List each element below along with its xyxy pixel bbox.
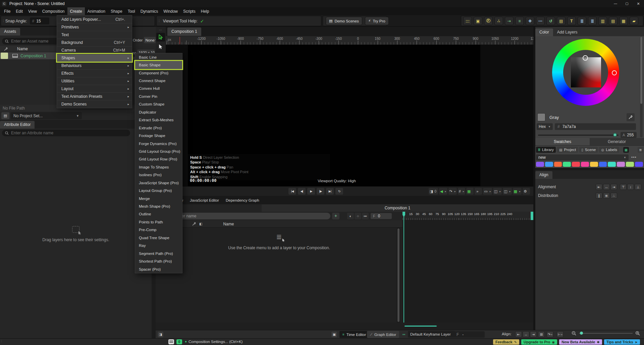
motion-trails-icon[interactable]: ⁘	[355, 213, 361, 219]
shapes-submenu-item[interactable]: Extract Sub-Meshes	[135, 116, 182, 124]
menu-item[interactable]: Window	[161, 7, 180, 15]
shapes-submenu-item[interactable]: Quad Tree Shape	[135, 234, 182, 242]
create-menu-item[interactable]: Background Ctrl+Y	[57, 39, 132, 46]
shapes-submenu-item[interactable]: Basic Shape	[135, 61, 182, 69]
alpha-slider[interactable]	[538, 135, 619, 136]
menu-item[interactable]: Scripts	[180, 7, 198, 15]
name-column-header[interactable]: Name	[17, 47, 28, 51]
direct-select-tool-button[interactable]	[156, 43, 165, 51]
list-view-button[interactable]: ≣	[638, 147, 643, 153]
timeline-ruler[interactable]: 0153045607590105120135150165180195210225…	[402, 212, 533, 220]
menu-item[interactable]: Composition	[40, 7, 67, 15]
shapes-submenu-item[interactable]: Shortest Path (Pro)	[135, 257, 182, 265]
status-action-button[interactable]: Feedback✎	[493, 339, 519, 345]
align-right-button[interactable]: ⇥	[610, 184, 617, 190]
add-layer-button[interactable]: +	[332, 213, 339, 219]
tab-javascript-editor[interactable]: JavaScript Editor	[186, 196, 222, 204]
order-select[interactable]: None ▼	[144, 37, 157, 43]
color-panel-scrollbar[interactable]	[640, 37, 643, 137]
swatch-source-button[interactable]: ⅢLibrary	[536, 147, 556, 153]
skip-icon[interactable]: »	[475, 188, 482, 195]
frame-preview-icon[interactable]: ◨0	[429, 188, 438, 195]
tab-align[interactable]: Align	[535, 171, 552, 179]
asset-color-swatch[interactable]	[1, 53, 8, 59]
duplicate-layers-icon[interactable]: ◫▸	[503, 188, 512, 195]
shapes-submenu-item[interactable]: Merge	[135, 195, 182, 202]
align-middle-button[interactable]: ↕	[627, 184, 634, 190]
status-message[interactable]: Composition Settings... (Ctrl+K)	[189, 340, 243, 344]
tl-align-right-button[interactable]: ⇥	[530, 331, 537, 337]
palette-select[interactable]: new ▼	[536, 154, 629, 160]
align-bars-icon[interactable]: ≡	[515, 17, 524, 25]
current-frame-field[interactable]: F 0	[371, 213, 392, 219]
shapes-submenu-item[interactable]: Duplicator	[135, 108, 182, 116]
dashed-arrow-icon[interactable]: ⇢	[505, 17, 514, 25]
maximize-button[interactable]: ▢	[621, 0, 633, 7]
swatch-source-button[interactable]: ▤Project	[557, 147, 578, 153]
swatch-source-button[interactable]: ◎Labels	[599, 147, 619, 153]
shapes-submenu-item[interactable]: Outline	[135, 210, 182, 218]
swatch-source-button[interactable]: ▯Scene	[579, 147, 598, 153]
align-bottom-button[interactable]: ⊥	[635, 184, 641, 190]
gantt-bars-b-icon[interactable]: ≣	[588, 17, 597, 25]
shapes-submenu-item[interactable]: Grid Layout Group (Pro)	[135, 147, 182, 155]
shapes-submenu-item[interactable]: Image To Shapes	[135, 163, 182, 171]
create-menu-item[interactable]: Primitives ▸	[57, 23, 132, 31]
grid-cells-icon[interactable]: ▦	[619, 17, 628, 25]
visibility-toggle-icon[interactable]: ◧	[199, 222, 202, 226]
message-count-badge[interactable]: 0	[176, 339, 182, 344]
color-swatch[interactable]	[635, 162, 643, 167]
snap-angle-input[interactable]: # 15	[30, 17, 49, 24]
tab-attribute-editor[interactable]: Attribute Editor	[0, 121, 35, 129]
timeline-h-scrollbar[interactable]	[405, 326, 437, 327]
color-swatch[interactable]	[536, 162, 544, 167]
go-to-end-button[interactable]: ▶|	[326, 188, 334, 195]
frame-field[interactable]: F -	[454, 331, 485, 338]
eyedropper-button[interactable]	[627, 113, 635, 121]
name-column-header[interactable]: Name	[223, 222, 234, 226]
shapes-submenu-item[interactable]: Extrude (Pro)	[135, 124, 182, 132]
color-swatch[interactable]	[581, 162, 589, 167]
menu-item[interactable]: File	[1, 7, 13, 15]
tab-color[interactable]: Color	[535, 28, 553, 36]
shapes-submenu-item[interactable]: Connect Shape	[135, 77, 182, 84]
color-swatch[interactable]	[554, 162, 562, 167]
zoom-out-icon[interactable]	[572, 331, 576, 336]
f-badge-icon[interactable]: Ⓕ	[484, 17, 493, 25]
rows-icon[interactable]: ▤	[609, 17, 618, 25]
transparency-icon[interactable]: ▩▸	[513, 188, 522, 195]
loop-button[interactable]: ↻	[335, 188, 343, 195]
project-select[interactable]: No Project Set... ▼	[11, 112, 82, 119]
menu-item[interactable]: Create	[67, 7, 85, 15]
distribute-vertical-button[interactable]: ≣	[603, 193, 610, 199]
frame-region-button[interactable]: ⊞	[538, 331, 545, 337]
timeline-track-area[interactable]	[402, 220, 533, 323]
columns-icon[interactable]: ▥	[598, 17, 607, 25]
align-left-button[interactable]: ⇤	[596, 184, 602, 190]
shapes-submenu-item[interactable]: Footage Shape	[135, 132, 182, 139]
color-swatch[interactable]	[545, 162, 553, 167]
check-icon[interactable]: ✓	[200, 18, 204, 24]
create-menu-item[interactable]: Layout ▸	[57, 85, 132, 92]
alpha-field[interactable]: A 255	[621, 132, 637, 138]
graph-editor-button[interactable]: ⟋ Graph Editor	[367, 331, 399, 338]
panel-dots-icon[interactable]: ⋯	[156, 28, 166, 32]
grid-view-button[interactable]: ▦	[623, 147, 629, 153]
previous-frame-button[interactable]: ◀|	[298, 188, 306, 195]
sv-selector[interactable]	[583, 55, 588, 61]
rotate-arrow-icon[interactable]: ↺	[546, 17, 555, 25]
layers-icon[interactable]: ◫▸	[493, 188, 502, 195]
filmstrip-icon[interactable]: ▤	[557, 17, 566, 25]
attribute-search-input[interactable]: Enter an Attribute name	[2, 130, 130, 136]
filter-settings-icon[interactable]: ≔	[362, 213, 369, 219]
hex-input[interactable]: # 7a7a7a	[555, 123, 636, 130]
tab-swatches[interactable]: Swatches	[535, 138, 590, 145]
panel-toggle-mid-icon[interactable]: ▣	[331, 332, 337, 337]
tl-align-left-button[interactable]: ⇤	[515, 331, 522, 337]
shapes-submenu-item[interactable]: Pre-Comp	[135, 226, 182, 234]
status-action-button[interactable]: New Beta Available✺	[559, 339, 602, 345]
next-frame-button[interactable]: |▶	[317, 188, 324, 195]
color-swatch[interactable]	[563, 162, 571, 167]
menu-item[interactable]: Shape	[108, 7, 125, 15]
close-button[interactable]: ✕	[633, 0, 644, 7]
